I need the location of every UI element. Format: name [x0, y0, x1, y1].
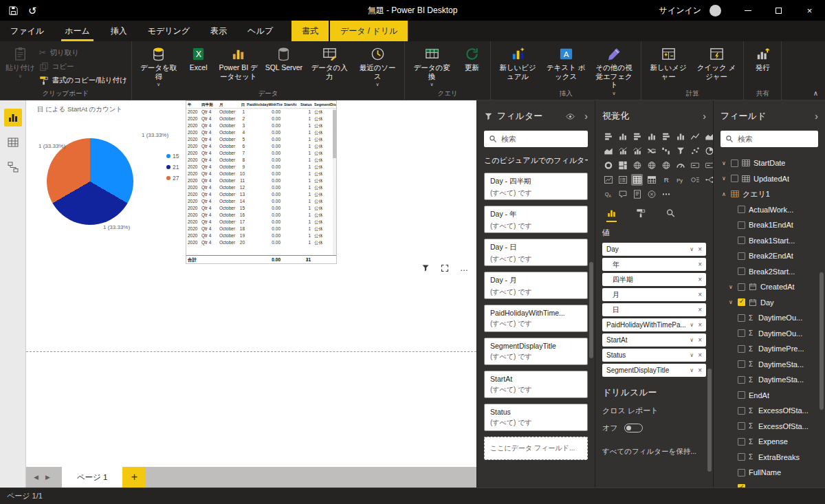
field-well-四半期[interactable]: 四半期× [602, 273, 706, 286]
visual-icon-stacked-bar-chart[interactable] [602, 131, 614, 142]
visual-icon-q-and-a[interactable] [602, 188, 614, 200]
field-item-StartDate[interactable]: ∨StartDate [720, 155, 818, 171]
maximize-button[interactable] [763, 0, 794, 21]
tab-表示[interactable]: 表示 [200, 21, 237, 41]
field-checkbox[interactable] [738, 283, 745, 291]
quick-measure-button[interactable]: クイック メジャー [694, 45, 739, 82]
transform-data-button[interactable]: データの変換 ∨ [409, 45, 454, 88]
page-tab[interactable]: ページ 1 [62, 467, 123, 487]
table-row[interactable]: 2020Qtr 4October150.001公休 [186, 205, 336, 212]
data-view-button[interactable] [4, 133, 22, 151]
field-item-クエリ1[interactable]: ∧クエリ1 [720, 186, 818, 202]
field-checkbox[interactable] [738, 252, 745, 260]
field-item-DaytimeOu...[interactable]: ΣDaytimeOu... [720, 310, 818, 326]
field-item-Day[interactable]: ∨Day [720, 295, 818, 311]
chevron-down-icon[interactable]: ∨ [690, 322, 694, 328]
field-item-CreatedAt[interactable]: ∨CreatedAt [720, 279, 818, 295]
cut-button[interactable]: ✂切り取り [39, 48, 127, 58]
visual-icon-decomposition-tree[interactable] [703, 174, 713, 186]
remove-field-icon[interactable]: × [698, 291, 702, 298]
visual-icon-line-and-stacked-column-chart[interactable] [617, 145, 628, 157]
report-view-button[interactable] [4, 109, 22, 127]
chevron-down-icon[interactable]: ∨ [690, 246, 694, 252]
field-checkbox[interactable] [738, 221, 745, 229]
table-row[interactable]: 2020Qtr 4October40.001公休 [186, 129, 336, 136]
pie-chart[interactable] [47, 138, 133, 225]
field-item-ExcessOfSta...[interactable]: ΣExcessOfSta... [720, 403, 818, 419]
visual-icon-key-influencers[interactable] [689, 174, 701, 186]
visual-icon-funnel-chart[interactable] [674, 145, 686, 157]
save-icon[interactable] [8, 6, 19, 16]
sign-in-button[interactable]: サインイン [659, 5, 701, 17]
tab-ファイル[interactable]: ファイル [0, 21, 54, 41]
undo-icon[interactable]: ↺ [28, 6, 37, 16]
filter-icon[interactable] [421, 264, 430, 272]
field-checkbox[interactable] [738, 453, 745, 461]
field-checkbox[interactable] [738, 345, 745, 353]
more-options-icon[interactable]: … [460, 263, 469, 273]
field-checkbox[interactable] [731, 175, 738, 182]
visual-icon-donut-chart[interactable] [602, 160, 614, 171]
filter-card[interactable]: Status(すべて) です [484, 404, 588, 431]
field-well-PaidHolidayWithTimePa...[interactable]: PaidHolidayWithTimePa...∨× [602, 318, 706, 331]
field-well-Status[interactable]: Status∨× [602, 349, 706, 362]
visual-icon-table[interactable] [631, 174, 643, 186]
visual-icon-shape-map[interactable] [660, 160, 672, 171]
chevron-down-icon[interactable]: ∨ [727, 299, 734, 305]
refresh-button[interactable]: 更新 [457, 45, 486, 74]
field-checkbox[interactable] [738, 329, 745, 337]
visual-icon-smart-narrative[interactable] [617, 188, 628, 200]
filter-card[interactable]: Day - 日(すべて) です [484, 239, 588, 266]
field-item-Break1Start...[interactable]: Break1Start... [720, 233, 818, 249]
chevron-down-icon[interactable]: ∨ [690, 352, 694, 358]
table-row[interactable]: 2020Qtr 4October110.001公休 [186, 177, 336, 184]
publish-button[interactable]: 発行 [748, 45, 777, 74]
table-row[interactable]: 2020Qtr 4October10.001公休 [186, 109, 336, 116]
paste-button[interactable]: 貼り付け ∨ [4, 45, 36, 80]
filter-card[interactable]: PaidHolidayWithTime...(すべて) です [484, 305, 588, 332]
visual-icon-card[interactable] [689, 160, 701, 171]
chevron-down-icon[interactable]: ∨ [720, 160, 727, 166]
table-row[interactable]: 2020Qtr 4October160.001公休 [186, 212, 336, 219]
contextual-tab-書式[interactable]: 書式 [292, 21, 329, 41]
visual-icon-stacked-area-chart[interactable] [602, 145, 614, 157]
table-visual[interactable]: 年四半期月日PaidHolidayWithTimePaidStartAtStat… [186, 100, 337, 264]
field-checkbox[interactable] [738, 422, 745, 430]
field-checkbox[interactable] [738, 376, 745, 384]
visual-icon-line-and-clustered-column-chart[interactable] [631, 145, 643, 157]
tab-ホーム[interactable]: ホーム [54, 21, 100, 41]
filter-dropzone[interactable]: ここにデータ フィールド... [484, 437, 588, 460]
field-well-月[interactable]: 月× [602, 288, 706, 301]
field-checkbox[interactable] [731, 160, 738, 167]
collapse-pane-icon[interactable]: › [815, 111, 818, 121]
visual-icon-map[interactable] [631, 160, 643, 171]
visual-icon-matrix[interactable] [646, 174, 657, 186]
field-checkbox[interactable] [738, 267, 745, 275]
field-item-ExtraBreaks[interactable]: ΣExtraBreaks [720, 450, 818, 465]
table-row[interactable]: 2020Qtr 4October180.001公休 [186, 226, 336, 232]
field-checkbox[interactable] [738, 407, 745, 415]
get-data-button[interactable]: データを取得 ∨ [136, 45, 182, 88]
table-scrollbar[interactable] [333, 109, 336, 255]
visual-icon-100-stacked-column-chart[interactable] [674, 131, 686, 142]
chevron-down-icon[interactable]: ∨ [690, 337, 694, 343]
field-checkbox[interactable] [738, 314, 745, 322]
copy-button[interactable]: コピー [39, 62, 127, 72]
field-well-年[interactable]: 年× [602, 258, 706, 271]
visual-icon-stacked-column-chart[interactable] [617, 131, 628, 142]
visual-icon-area-chart[interactable] [703, 131, 713, 142]
visual-icon-python-visual[interactable] [674, 174, 686, 186]
tab-analytics[interactable] [666, 208, 676, 222]
field-item-Break1EndAt[interactable]: Break1EndAt [720, 217, 818, 233]
table-row[interactable]: 2020Qtr 4October100.001公休 [186, 171, 336, 177]
field-item-EndAt[interactable]: EndAt [720, 388, 818, 404]
fields-search-input[interactable]: 検索 [720, 131, 818, 147]
visual-icon-clustered-bar-chart[interactable] [631, 131, 643, 142]
table-row[interactable]: 2020Qtr 4October30.001公休 [186, 122, 336, 129]
field-item-UpdatedAt[interactable]: ∨UpdatedAt [720, 171, 818, 187]
visual-icon-multi-row-card[interactable] [703, 160, 713, 171]
tab-fields[interactable] [606, 208, 617, 222]
remove-field-icon[interactable]: × [698, 366, 702, 374]
filters-search-input[interactable]: 検索 [484, 131, 588, 147]
filter-card[interactable]: Day - 月(すべて) です [484, 272, 588, 299]
